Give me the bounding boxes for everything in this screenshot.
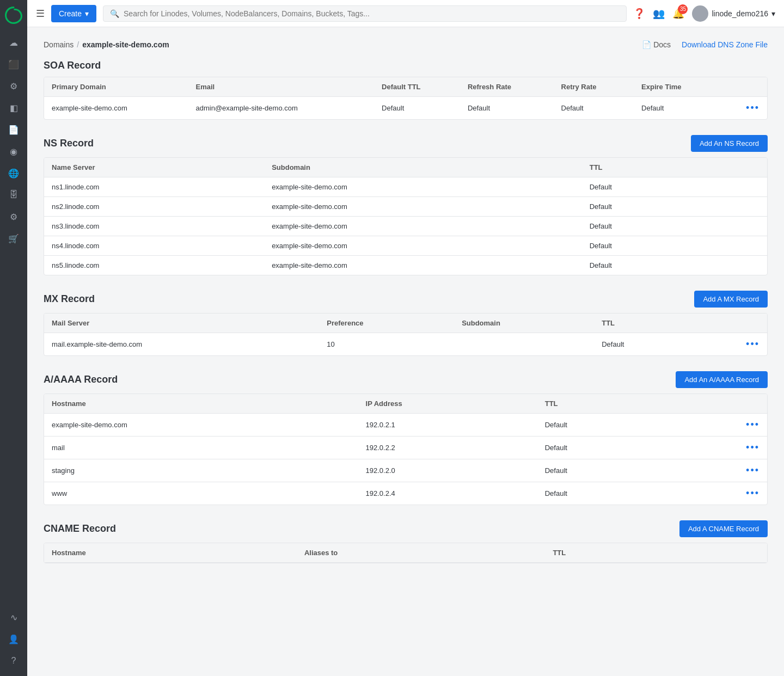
aaaa-col-actions: [667, 394, 767, 414]
soa-col-actions: [721, 77, 767, 97]
notifications-button[interactable]: 🔔 35: [672, 8, 684, 20]
breadcrumb-separator: /: [77, 40, 79, 49]
username-label: linode_demo216: [712, 9, 768, 18]
mx-col-actions: [692, 314, 767, 333]
mx-subdomain: [454, 333, 594, 356]
cname-section-header: CNAME Record Add A CNAME Record: [44, 520, 768, 537]
add-cname-record-button[interactable]: Add A CNAME Record: [679, 520, 768, 537]
ns-ttl: Default: [582, 177, 714, 197]
table-row: example-site-demo.com 192.0.2.1 Default …: [44, 414, 767, 437]
sidebar-icon-object-storage[interactable]: ⚙: [4, 76, 23, 96]
aaaa-row-4-actions[interactable]: •••: [667, 482, 767, 505]
cname-section-title: CNAME Record: [44, 523, 116, 534]
ns-table: Name Server Subdomain TTL ns1.linode.com…: [44, 157, 768, 275]
ns-col-actions: [714, 158, 767, 177]
sidebar-icon-domains[interactable]: 🌐: [4, 163, 23, 183]
ns-row-3-actions: [714, 217, 767, 236]
docs-link[interactable]: 📄 Docs: [642, 40, 671, 49]
soa-more-button[interactable]: •••: [746, 102, 759, 113]
cname-record-section: CNAME Record Add A CNAME Record Hostname…: [44, 520, 768, 563]
breadcrumb-actions: 📄 Docs Download DNS Zone File: [642, 40, 768, 49]
logo[interactable]: [4, 5, 23, 25]
soa-expire-time: Default: [634, 97, 721, 120]
ns-subdomain: example-site-demo.com: [264, 256, 582, 275]
sidebar-icon-kubernetes[interactable]: ⚙: [4, 207, 23, 226]
ns-ttl: Default: [582, 236, 714, 256]
ns-subdomain: example-site-demo.com: [264, 177, 582, 197]
download-dns-link[interactable]: Download DNS Zone File: [682, 40, 768, 49]
add-mx-record-button[interactable]: Add A MX Record: [694, 291, 768, 308]
aaaa-more-button-3[interactable]: •••: [746, 465, 759, 476]
soa-refresh-rate: Default: [460, 97, 554, 120]
aaaa-hostname: staging: [44, 459, 358, 482]
avatar: [692, 5, 708, 22]
search-icon: 🔍: [110, 9, 119, 18]
aaaa-ttl: Default: [537, 437, 667, 459]
ns-ttl: Default: [582, 217, 714, 236]
table-row: mail 192.0.2.2 Default •••: [44, 437, 767, 459]
aaaa-ttl: Default: [537, 414, 667, 437]
aaaa-more-button-4[interactable]: •••: [746, 488, 759, 499]
sidebar-icon-nodebalancers[interactable]: ◧: [4, 98, 23, 118]
soa-email: admin@example-site-demo.com: [188, 97, 374, 120]
sidebar-icon-databases[interactable]: 🗄: [4, 185, 23, 205]
sidebar-icon-help[interactable]: ?: [4, 651, 23, 671]
search-input[interactable]: [124, 9, 620, 18]
help-icon[interactable]: ❓: [633, 8, 645, 20]
community-icon[interactable]: 👥: [653, 8, 665, 20]
mx-more-button[interactable]: •••: [746, 339, 759, 349]
ns-col-ttl: TTL: [582, 158, 714, 177]
table-row: ns3.linode.com example-site-demo.com Def…: [44, 217, 767, 236]
sidebar: ☁ ⬛ ⚙ ◧ 📄 ◉ 🌐 🗄 ⚙ 🛒 ∿ 👤 ?: [0, 0, 27, 676]
aaaa-col-hostname: Hostname: [44, 394, 358, 414]
aaaa-col-ttl: TTL: [537, 394, 667, 414]
mx-ttl: Default: [594, 333, 692, 356]
breadcrumb-current: example-site-demo.com: [82, 40, 169, 49]
aaaa-hostname: www: [44, 482, 358, 505]
cname-col-actions: [689, 543, 767, 563]
user-menu[interactable]: linode_demo216 ▾: [692, 5, 775, 22]
breadcrumb-domains-link[interactable]: Domains: [44, 40, 74, 49]
sidebar-icon-marketplace[interactable]: 🛒: [4, 229, 23, 248]
cname-col-hostname: Hostname: [44, 543, 297, 563]
aaaa-record-section: A/AAAA Record Add An A/AAAA Record Hostn…: [44, 371, 768, 505]
soa-default-ttl: Default: [374, 97, 460, 120]
ns-section-title: NS Record: [44, 138, 94, 149]
sidebar-icon-stackscripts[interactable]: 📄: [4, 120, 23, 139]
mx-row-actions[interactable]: •••: [692, 333, 767, 356]
ns-name-server: ns1.linode.com: [44, 177, 264, 197]
mx-col-subdomain: Subdomain: [454, 314, 594, 333]
cname-col-aliases: Aliases to: [297, 543, 546, 563]
sidebar-icon-images[interactable]: ◉: [4, 142, 23, 161]
sidebar-icon-volumes[interactable]: ⬛: [4, 54, 23, 74]
aaaa-row-3-actions[interactable]: •••: [667, 459, 767, 482]
ns-ttl: Default: [582, 256, 714, 275]
sidebar-icon-account[interactable]: 👤: [4, 629, 23, 649]
ns-row-2-actions: [714, 197, 767, 217]
mx-section-header: MX Record Add A MX Record: [44, 291, 768, 308]
ns-name-server: ns3.linode.com: [44, 217, 264, 236]
ns-row-1-actions: [714, 177, 767, 197]
soa-row-actions[interactable]: •••: [721, 97, 767, 120]
aaaa-more-button-1[interactable]: •••: [746, 419, 759, 430]
main-content: Domains / example-site-demo.com 📄 Docs D…: [27, 27, 784, 676]
notification-count: 35: [678, 4, 688, 14]
table-row: ns2.linode.com example-site-demo.com Def…: [44, 197, 767, 217]
ns-name-server: ns4.linode.com: [44, 236, 264, 256]
aaaa-more-button-2[interactable]: •••: [746, 442, 759, 453]
sidebar-icon-longview[interactable]: ∿: [4, 607, 23, 627]
ns-section-header: NS Record Add An NS Record: [44, 135, 768, 152]
add-ns-record-button[interactable]: Add An NS Record: [691, 135, 768, 152]
ns-col-subdomain: Subdomain: [264, 158, 582, 177]
aaaa-row-1-actions[interactable]: •••: [667, 414, 767, 437]
hamburger-icon[interactable]: ☰: [36, 8, 45, 20]
soa-section-header: SOA Record: [44, 60, 768, 71]
search-bar[interactable]: 🔍: [103, 5, 627, 22]
soa-table: Primary Domain Email Default TTL Refresh…: [44, 77, 768, 120]
mx-section-title: MX Record: [44, 293, 95, 305]
add-aaaa-record-button[interactable]: Add An A/AAAA Record: [676, 371, 768, 388]
aaaa-row-2-actions[interactable]: •••: [667, 437, 767, 459]
ns-subdomain: example-site-demo.com: [264, 217, 582, 236]
create-button[interactable]: Create ▾: [51, 5, 96, 22]
sidebar-icon-linodes[interactable]: ☁: [4, 33, 23, 52]
